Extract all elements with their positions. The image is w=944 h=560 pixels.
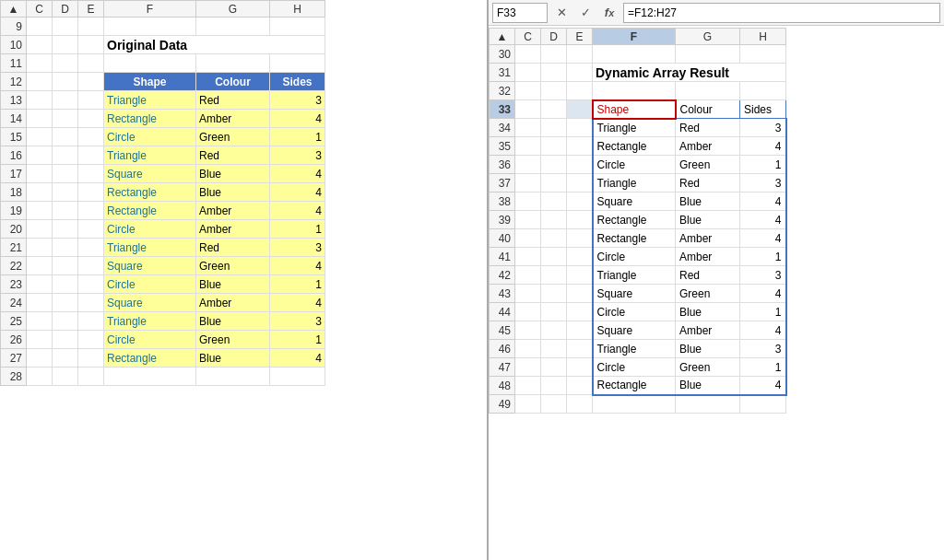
left-sides-cell[interactable]: 4 [270, 294, 325, 312]
left-sides-cell[interactable]: 4 [270, 257, 325, 275]
left-colour-cell[interactable]: Amber [196, 220, 270, 239]
right-shape-cell[interactable]: Square [593, 192, 676, 211]
left-colour-cell[interactable]: Red [196, 146, 270, 165]
left-shape-cell[interactable]: Rectangle [104, 202, 196, 220]
right-col-header-c[interactable]: C [515, 29, 541, 45]
left-sides-cell[interactable]: 4 [270, 110, 325, 128]
cell-empty[interactable] [78, 165, 104, 183]
right-empty-cell[interactable] [541, 321, 567, 340]
cell-empty[interactable] [78, 110, 104, 128]
right-col-header-h[interactable]: H [740, 29, 786, 45]
cell-empty[interactable] [27, 368, 53, 386]
right-empty-cell[interactable] [567, 100, 593, 119]
right-empty-cell[interactable] [515, 137, 541, 156]
left-colour-cell[interactable]: Blue [196, 312, 270, 331]
left-shape-cell[interactable]: Circle [104, 275, 196, 294]
cell-empty[interactable] [78, 128, 104, 146]
right-shape-cell[interactable]: Circle [593, 303, 676, 321]
right-colour-cell[interactable]: Red [676, 174, 740, 192]
cell-empty-fgh[interactable] [270, 54, 325, 73]
cell-empty[interactable] [78, 331, 104, 349]
cell-empty[interactable] [53, 18, 78, 36]
cell-empty[interactable] [27, 110, 53, 128]
left-colour-cell[interactable]: Blue [196, 275, 270, 294]
right-empty-cell[interactable] [515, 321, 541, 340]
right-sides-cell[interactable]: 4 [740, 229, 786, 248]
right-sides-cell[interactable]: 3 [740, 340, 786, 358]
right-colour-cell[interactable]: Blue [676, 303, 740, 321]
right-shape-cell[interactable]: Triangle [593, 340, 676, 358]
right-colour-cell[interactable]: Green [676, 156, 740, 174]
right-col-header-f[interactable]: F [593, 29, 676, 45]
cell-empty[interactable] [78, 239, 104, 257]
cell-empty[interactable] [53, 183, 78, 202]
cell-empty[interactable] [27, 257, 53, 275]
right-empty-cell[interactable] [515, 156, 541, 174]
right-empty-cell[interactable] [541, 192, 567, 211]
right-shape-cell[interactable]: Triangle [593, 174, 676, 192]
left-sides-cell[interactable]: 1 [270, 128, 325, 146]
left-shape-cell[interactable]: Triangle [104, 312, 196, 331]
right-empty-cell[interactable] [567, 229, 593, 248]
right-empty-cell[interactable] [567, 285, 593, 303]
cell-empty[interactable] [78, 257, 104, 275]
left-colour-cell[interactable]: Blue [196, 183, 270, 202]
right-shape-cell[interactable]: Rectangle [593, 137, 676, 156]
right-shape-cell[interactable]: Circle [593, 248, 676, 266]
right-col-header-d[interactable]: D [541, 29, 567, 45]
left-shape-cell[interactable]: Triangle [104, 146, 196, 165]
cell-empty[interactable] [78, 54, 104, 73]
cell-empty[interactable] [78, 220, 104, 239]
left-colour-cell[interactable]: Red [196, 91, 270, 110]
cell-empty[interactable] [27, 220, 53, 239]
left-shape-cell[interactable]: Triangle [104, 239, 196, 257]
right-shape-cell[interactable]: Triangle [593, 119, 676, 137]
right-empty-cell[interactable] [515, 119, 541, 137]
left-sides-cell[interactable]: 4 [270, 202, 325, 220]
cell-empty[interactable] [78, 294, 104, 312]
cell-empty[interactable] [27, 349, 53, 368]
right-empty-cell[interactable] [567, 137, 593, 156]
cell-empty[interactable] [53, 239, 78, 257]
left-sides-cell[interactable]: 1 [270, 220, 325, 239]
right-empty-cell[interactable] [515, 45, 541, 64]
left-sides-cell[interactable]: 4 [270, 183, 325, 202]
right-sides-cell[interactable]: 4 [740, 137, 786, 156]
left-shape-cell[interactable]: Rectangle [104, 110, 196, 128]
right-empty-cell[interactable] [515, 174, 541, 192]
left-sides-cell[interactable]: 3 [270, 239, 325, 257]
right-colour-cell[interactable]: Blue [676, 211, 740, 229]
right-empty-fgh[interactable] [676, 45, 740, 64]
right-dyn-header-shape[interactable]: Shape [593, 100, 676, 119]
right-empty-cell[interactable] [541, 156, 567, 174]
right-empty-cell[interactable] [567, 358, 593, 377]
cell-empty[interactable] [53, 257, 78, 275]
cell-empty-fgh[interactable] [104, 18, 196, 36]
right-sides-cell[interactable]: 3 [740, 119, 786, 137]
right-colour-cell[interactable]: Amber [676, 137, 740, 156]
col-header-d[interactable]: D [53, 1, 78, 18]
left-colour-cell[interactable]: Amber [196, 202, 270, 220]
left-shape-cell[interactable]: Square [104, 294, 196, 312]
cell-empty[interactable] [78, 183, 104, 202]
right-empty-cell[interactable] [515, 395, 541, 414]
right-empty-cell[interactable] [515, 64, 541, 82]
right-empty-cell[interactable] [515, 285, 541, 303]
right-shape-cell[interactable]: Rectangle [593, 377, 676, 395]
col-header-e[interactable]: E [78, 1, 104, 18]
left-sides-cell[interactable]: 4 [270, 349, 325, 368]
right-empty-cell[interactable] [567, 211, 593, 229]
right-empty-fgh[interactable] [676, 395, 740, 414]
left-shape-cell[interactable]: Circle [104, 220, 196, 239]
right-empty-fgh[interactable] [740, 395, 786, 414]
right-sides-cell[interactable]: 4 [740, 377, 786, 395]
cell-empty[interactable] [27, 18, 53, 36]
cell-empty[interactable] [27, 73, 53, 91]
cell-empty[interactable] [78, 73, 104, 91]
right-shape-cell[interactable]: Rectangle [593, 229, 676, 248]
right-sides-cell[interactable]: 3 [740, 266, 786, 285]
left-shape-cell[interactable]: Circle [104, 331, 196, 349]
cell-empty[interactable] [27, 91, 53, 110]
right-empty-cell[interactable] [567, 119, 593, 137]
cell-empty[interactable] [53, 275, 78, 294]
